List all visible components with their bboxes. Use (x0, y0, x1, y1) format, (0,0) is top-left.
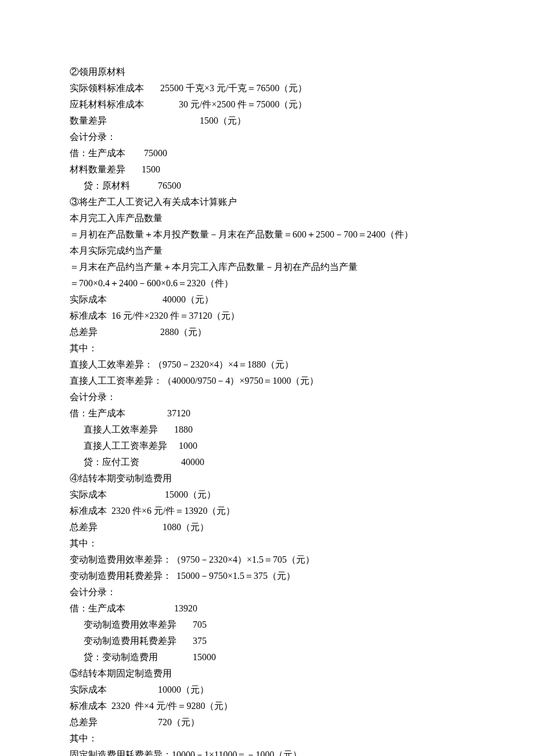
text-line: 会计分录： (70, 129, 464, 145)
text-line: 其中： (70, 340, 464, 357)
text-line: ＝月初在产品数量＋本月投产数量－月末在产品数量＝600＋2500－700＝240… (70, 226, 464, 243)
text-line: 标准成本 2320 件×6 元/件＝13920（元） (70, 503, 464, 519)
text-line: ＝700×0.4＋2400－600×0.6＝2320（件） (70, 275, 464, 291)
text-line: 贷：应付工资 40000 (70, 454, 464, 470)
text-line: 其中： (70, 535, 464, 552)
text-line: 变动制造费用耗费差异 375 (70, 633, 464, 649)
text-line: 借：生产成本 13920 (70, 600, 464, 617)
text-line: 直接人工效率差异 1880 (70, 422, 464, 438)
text-line: ②领用原材料 (70, 64, 464, 80)
text-line: 借：生产成本 75000 (70, 145, 464, 161)
text-line: 本月实际完成约当产量 (70, 243, 464, 259)
text-line: 贷：原材料 76500 (70, 178, 464, 194)
text-line: 会计分录： (70, 584, 464, 600)
text-line: 标准成本 2320 件×4 元/件＝9280（元） (70, 698, 464, 714)
text-line: 贷：变动制造费用 15000 (70, 649, 464, 665)
text-line: 直接人工效率差异：（9750－2320×4）×4＝1880（元） (70, 357, 464, 373)
text-line: 借：生产成本 37120 (70, 405, 464, 422)
text-line: 标准成本 16 元/件×2320 件＝37120（元） (70, 308, 464, 324)
text-line: 实际领料标准成本 25500 千克×3 元/千克＝76500（元） (70, 80, 464, 96)
text-line: ④结转本期变动制造费用 (70, 470, 464, 487)
text-line: 其中： (70, 730, 464, 747)
text-line: 总差异 1080（元） (70, 519, 464, 535)
text-line: 总差异 2880（元） (70, 324, 464, 340)
text-line: 实际成本 10000（元） (70, 682, 464, 698)
text-line: ③将生产工人工资记入有关成本计算账户 (70, 194, 464, 210)
text-line: 变动制造费用耗费差异： 15000－9750×1.5＝375（元） (70, 568, 464, 584)
text-line: 会计分录： (70, 389, 464, 405)
text-line: 变动制造费用效率差异：（9750－2320×4）×1.5＝705（元） (70, 552, 464, 568)
text-line: 数量差异 1500（元） (70, 113, 464, 129)
document-page: ②领用原材料实际领料标准成本 25500 千克×3 元/千克＝76500（元）应… (0, 0, 534, 756)
text-line: 实际成本 15000（元） (70, 487, 464, 503)
text-line: 直接人工工资率差异 1000 (70, 438, 464, 454)
text-line: 材料数量差异 1500 (70, 161, 464, 178)
text-line: 总差异 720（元） (70, 714, 464, 730)
text-line: 本月完工入库产品数量 (70, 210, 464, 226)
text-line: 直接人工工资率差异：（40000/9750－4）×9750＝1000（元） (70, 373, 464, 389)
text-line: 固定制造费用耗费差异：10000－1×11000＝－1000（元） (70, 747, 464, 756)
text-line: 变动制造费用效率差异 705 (70, 617, 464, 633)
text-line: 实际成本 40000（元） (70, 291, 464, 308)
text-line: ⑤结转本期固定制造费用 (70, 665, 464, 682)
text-line: ＝月末在产品约当产量＋本月完工入库产品数量－月初在产品约当产量 (70, 259, 464, 275)
text-line: 应耗材料标准成本 30 元/件×2500 件＝75000（元） (70, 96, 464, 113)
